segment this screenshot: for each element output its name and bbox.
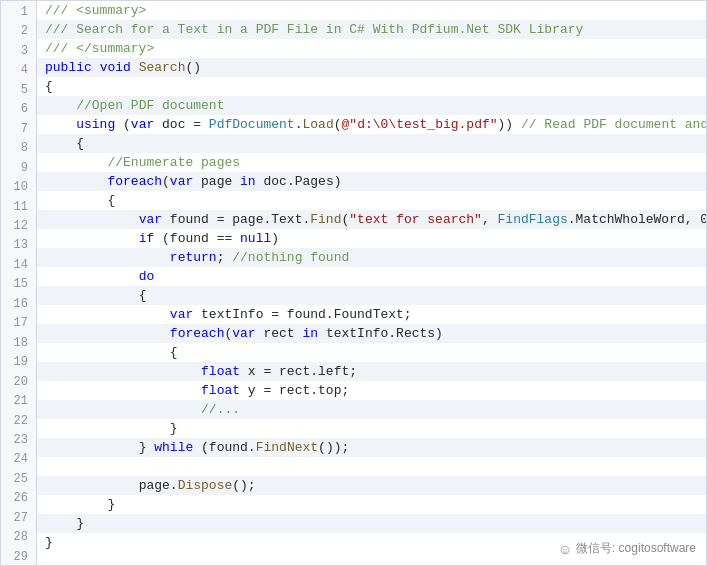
token-plain: .MatchWholeWord, 0);	[568, 212, 706, 227]
line-number: 6	[1, 98, 36, 117]
token-keyword: null	[240, 231, 271, 246]
line-number: 26	[1, 487, 36, 506]
token-indent2	[45, 98, 76, 113]
token-keyword: return	[170, 250, 217, 265]
token-plain: textInfo = found.FoundText;	[193, 307, 411, 322]
token-plain: found = page.Text.	[162, 212, 310, 227]
token-indent3	[45, 497, 107, 512]
line-number: 20	[1, 371, 36, 390]
token-string: "text for search"	[349, 212, 482, 227]
token-indent4	[45, 478, 139, 493]
token-comment: //Open PDF document	[76, 98, 224, 113]
token-plain: }	[76, 516, 84, 531]
code-line: do	[37, 267, 706, 286]
line-number: 5	[1, 79, 36, 98]
token-keyword: public	[45, 60, 92, 75]
token-comment: //...	[201, 402, 240, 417]
code-line: /// Search for a Text in a PDF File in C…	[37, 20, 706, 39]
token-keyword: in	[240, 174, 256, 189]
token-plain: (	[334, 117, 342, 132]
token-indent5	[45, 345, 170, 360]
token-plain: page.	[139, 478, 178, 493]
token-indent2	[45, 136, 76, 151]
token-keyword: if	[139, 231, 155, 246]
line-number: 23	[1, 429, 36, 448]
token-keyword: var	[170, 174, 193, 189]
line-number: 12	[1, 215, 36, 234]
token-indent4	[45, 269, 139, 284]
code-line: }	[37, 495, 706, 514]
code-line: {	[37, 286, 706, 305]
token-plain: y = rect.top;	[240, 383, 349, 398]
code-line: {	[37, 77, 706, 96]
token-string: @"d:\0\test_big.pdf"	[342, 117, 498, 132]
code-line: foreach(var page in doc.Pages)	[37, 172, 706, 191]
token-plain: rect	[256, 326, 303, 341]
token-indent6	[45, 364, 201, 379]
line-number: 7	[1, 118, 36, 137]
line-number: 24	[1, 448, 36, 467]
token-indent6	[45, 383, 201, 398]
token-plain: doc =	[154, 117, 209, 132]
token-indent5	[45, 250, 170, 265]
token-keyword: var	[232, 326, 255, 341]
token-plain	[131, 60, 139, 75]
token-method: Find	[310, 212, 341, 227]
token-indent6	[45, 402, 201, 417]
line-number: 1	[1, 1, 36, 20]
token-keyword: in	[302, 326, 318, 341]
token-keyword: do	[139, 269, 155, 284]
line-number: 15	[1, 273, 36, 292]
token-plain: x = rect.left;	[240, 364, 357, 379]
line-number: 21	[1, 390, 36, 409]
line-number: 13	[1, 234, 36, 253]
token-plain: {	[170, 345, 178, 360]
token-indent5	[45, 326, 170, 341]
code-line: page.Dispose();	[37, 476, 706, 495]
token-keyword: var	[170, 307, 193, 322]
token-plain: {	[45, 79, 53, 94]
token-keyword: foreach	[170, 326, 225, 341]
token-indent4	[45, 212, 139, 227]
line-number: 25	[1, 468, 36, 487]
line-number: 10	[1, 176, 36, 195]
token-keyword: var	[139, 212, 162, 227]
token-plain: (found ==	[154, 231, 240, 246]
token-plain: ();	[232, 478, 255, 493]
token-indent3	[45, 174, 107, 189]
line-number: 27	[1, 507, 36, 526]
line-number: 28	[1, 526, 36, 545]
code-line: using (var doc = PdfDocument.Load(@"d:\0…	[37, 115, 706, 134]
code-line: float x = rect.left;	[37, 362, 706, 381]
token-keyword: float	[201, 383, 240, 398]
code-line: }	[37, 419, 706, 438]
token-plain: ());	[318, 440, 349, 455]
token-plain: }	[139, 440, 155, 455]
code-line: foreach(var rect in textInfo.Rects)	[37, 324, 706, 343]
token-indent4	[45, 288, 139, 303]
line-number: 11	[1, 196, 36, 215]
token-indent5	[45, 307, 170, 322]
token-indent3	[45, 155, 107, 170]
code-line: return; //nothing found	[37, 248, 706, 267]
token-method: FindNext	[256, 440, 318, 455]
token-indent4	[45, 440, 139, 455]
token-keyword: float	[201, 364, 240, 379]
token-indent4	[45, 231, 139, 246]
token-comment: //Enumerate pages	[107, 155, 240, 170]
code-editor: 1234567891011121314151617181920212223242…	[0, 0, 707, 566]
token-plain: }	[107, 497, 115, 512]
token-plain: .	[295, 117, 303, 132]
code-line: //...	[37, 400, 706, 419]
token-plain: (found.	[193, 440, 255, 455]
token-plain: doc.Pages)	[256, 174, 342, 189]
code-content-area[interactable]: /// <summary>/// Search for a Text in a …	[37, 1, 706, 565]
line-number: 3	[1, 40, 36, 59]
token-indent3	[45, 193, 107, 208]
code-line: }	[37, 514, 706, 533]
line-number: 16	[1, 293, 36, 312]
code-line: //Open PDF document	[37, 96, 706, 115]
token-method: Search	[139, 60, 186, 75]
token-plain: (	[115, 117, 131, 132]
token-plain: (	[162, 174, 170, 189]
